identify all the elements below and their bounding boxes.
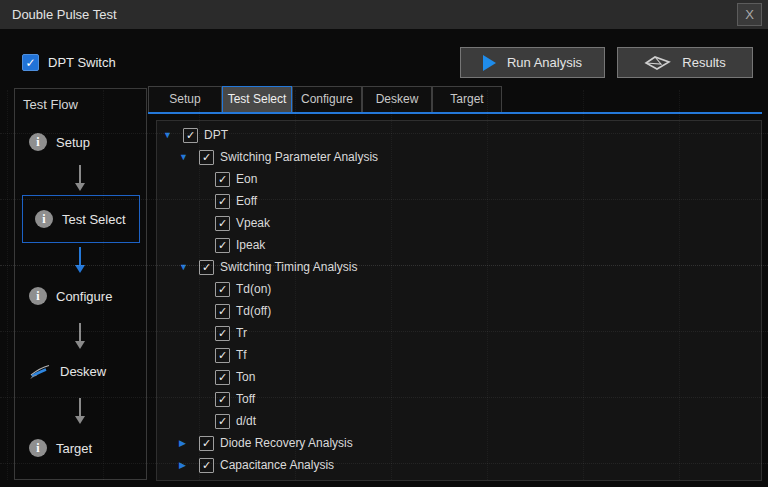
checkbox-checked-icon[interactable]: ✓ [183, 128, 198, 143]
flow-step-setup[interactable]: iSetup [29, 133, 90, 151]
tree-row-ipeak[interactable]: ✓Ipeak [157, 234, 761, 256]
flow-connector-arrow [74, 398, 85, 424]
tab-deskew[interactable]: Deskew [362, 86, 432, 112]
flow-step-test-select[interactable]: iTest Select [22, 195, 140, 243]
flow-connector-arrow [74, 165, 85, 191]
checkbox-checked-icon[interactable]: ✓ [215, 304, 230, 319]
tree-item-label: Switching Timing Analysis [220, 260, 357, 274]
info-icon: i [29, 287, 47, 305]
tree-row-td-on[interactable]: ✓Td(on) [157, 278, 761, 300]
checkbox-checked-icon[interactable]: ✓ [215, 414, 230, 429]
collapse-icon[interactable]: ▼ [179, 263, 193, 272]
checkbox-checked-icon[interactable]: ✓ [22, 54, 39, 71]
tree-item-label: Ton [236, 370, 255, 384]
tree-item-label: Diode Recovery Analysis [220, 436, 353, 450]
tree-row-switching-timing-analysis[interactable]: ▼✓Switching Timing Analysis [157, 256, 761, 278]
title-bar: Double Pulse Test X [0, 0, 768, 29]
checkbox-checked-icon[interactable]: ✓ [199, 458, 214, 473]
results-button[interactable]: Results [617, 47, 753, 78]
run-analysis-button[interactable]: Run Analysis [460, 47, 605, 78]
checkbox-checked-icon[interactable]: ✓ [215, 238, 230, 253]
double-pulse-test-dialog: Double Pulse Test X ✓ DPT Switch Run Ana… [0, 0, 768, 487]
checkbox-checked-icon[interactable]: ✓ [199, 150, 214, 165]
tree-item-label: Capacitance Analysis [220, 458, 334, 472]
test-flow-panel: Test Flow iSetupiTest SelectiConfigureDe… [14, 88, 147, 480]
info-icon: i [35, 210, 53, 228]
tree-row-toff[interactable]: ✓Toff [157, 388, 761, 410]
test-select-tree: ▼✓DPT▼✓Switching Parameter Analysis✓Eon✓… [156, 120, 762, 481]
flow-step-label: Test Select [62, 212, 126, 227]
results-label: Results [682, 55, 725, 70]
tab-test-select[interactable]: Test Select [222, 86, 292, 112]
tab-configure[interactable]: Configure [292, 86, 362, 112]
tree-row-tf[interactable]: ✓Tf [157, 344, 761, 366]
tree-item-label: DPT [204, 128, 228, 142]
close-button[interactable]: X [737, 3, 762, 26]
flow-step-label: Target [56, 441, 92, 456]
results-icon [644, 54, 671, 72]
collapse-icon[interactable]: ▼ [163, 131, 177, 140]
tree-item-label: Eon [236, 172, 257, 186]
tree-row-switching-parameter-analysis[interactable]: ▼✓Switching Parameter Analysis [157, 146, 761, 168]
tree-row-eoff[interactable]: ✓Eoff [157, 190, 761, 212]
flow-step-target[interactable]: iTarget [29, 439, 92, 457]
checkbox-checked-icon[interactable]: ✓ [199, 260, 214, 275]
tab-setup[interactable]: Setup [148, 86, 222, 112]
play-icon [483, 55, 496, 71]
tree-item-label: Tr [236, 326, 247, 340]
tree-row-vpeak[interactable]: ✓Vpeak [157, 212, 761, 234]
tree-row-capacitance-analysis[interactable]: ▶✓Capacitance Analysis [157, 454, 761, 476]
flow-connector-arrow [74, 247, 85, 273]
tree-row-d-dt[interactable]: ✓d/dt [157, 410, 761, 432]
deskew-probe-icon [29, 362, 51, 380]
info-icon: i [29, 439, 47, 457]
tree-item-label: Td(off) [236, 304, 271, 318]
flow-step-label: Deskew [60, 364, 106, 379]
window-title: Double Pulse Test [12, 7, 117, 22]
checkbox-checked-icon[interactable]: ✓ [215, 172, 230, 187]
tree-row-dpt[interactable]: ▼✓DPT [157, 124, 761, 146]
tree-item-label: Switching Parameter Analysis [220, 150, 378, 164]
tree-item-label: Vpeak [236, 216, 270, 230]
flow-connector-arrow [74, 323, 85, 349]
checkbox-checked-icon[interactable]: ✓ [215, 370, 230, 385]
checkbox-checked-icon[interactable]: ✓ [215, 392, 230, 407]
collapse-icon[interactable]: ▼ [179, 153, 193, 162]
test-flow-title: Test Flow [23, 97, 78, 112]
tree-row-td-off[interactable]: ✓Td(off) [157, 300, 761, 322]
tree-row-eon[interactable]: ✓Eon [157, 168, 761, 190]
checkbox-checked-icon[interactable]: ✓ [215, 282, 230, 297]
tree-item-label: Tf [236, 348, 247, 362]
info-icon: i [29, 133, 47, 151]
tree-item-label: d/dt [236, 414, 256, 428]
tab-target[interactable]: Target [432, 86, 502, 112]
tree-row-diode-recovery-analysis[interactable]: ▶✓Diode Recovery Analysis [157, 432, 761, 454]
tree-item-label: Ipeak [236, 238, 265, 252]
flow-step-label: Configure [56, 289, 112, 304]
expand-icon[interactable]: ▶ [179, 439, 193, 448]
flow-step-configure[interactable]: iConfigure [29, 287, 112, 305]
checkbox-checked-icon[interactable]: ✓ [215, 194, 230, 209]
tree-item-label: Td(on) [236, 282, 271, 296]
flow-step-deskew[interactable]: Deskew [29, 362, 106, 380]
expand-icon[interactable]: ▶ [179, 461, 193, 470]
checkbox-checked-icon[interactable]: ✓ [215, 326, 230, 341]
run-analysis-label: Run Analysis [507, 55, 582, 70]
tab-bar: SetupTest SelectConfigureDeskewTarget [148, 86, 762, 114]
tree-row-tr[interactable]: ✓Tr [157, 322, 761, 344]
checkbox-checked-icon[interactable]: ✓ [215, 216, 230, 231]
dpt-switch-checkbox[interactable]: ✓ DPT Switch [22, 54, 116, 71]
flow-step-label: Setup [56, 135, 90, 150]
tree-row-ton[interactable]: ✓Ton [157, 366, 761, 388]
dpt-switch-label: DPT Switch [48, 55, 116, 70]
tree-item-label: Eoff [236, 194, 257, 208]
checkbox-checked-icon[interactable]: ✓ [215, 348, 230, 363]
graticule-line [7, 90, 8, 480]
checkbox-checked-icon[interactable]: ✓ [199, 436, 214, 451]
tree-item-label: Toff [236, 392, 255, 406]
